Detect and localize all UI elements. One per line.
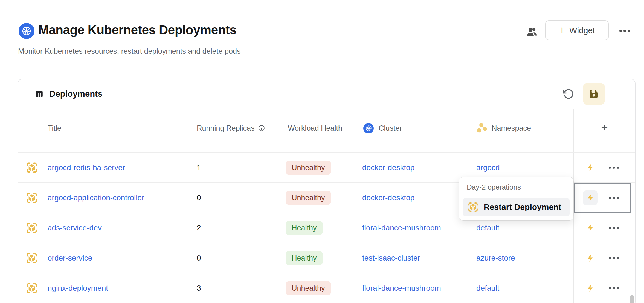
row-menu-button[interactable] bbox=[609, 227, 619, 229]
row-menu-button[interactable] bbox=[609, 197, 619, 199]
namespace-link[interactable]: azure-store bbox=[476, 254, 515, 262]
card-title: Deployments bbox=[49, 89, 103, 99]
table-row: nginx-deployment 3 Unhealthy floral-danc… bbox=[18, 273, 635, 303]
namespace-link[interactable]: default bbox=[476, 224, 499, 232]
card-header: Deployments bbox=[18, 79, 635, 109]
health-badge: Unhealthy bbox=[286, 281, 331, 295]
deployment-icon bbox=[25, 161, 38, 174]
health-badge: Healthy bbox=[286, 221, 323, 235]
lightning-bolt-icon bbox=[586, 224, 595, 232]
table-body: argocd-redis-ha-server 1 Unhealthy docke… bbox=[18, 153, 635, 303]
users-icon[interactable] bbox=[525, 25, 539, 39]
deployment-link[interactable]: order-service bbox=[48, 254, 92, 262]
table-columns-icon bbox=[34, 89, 44, 99]
ellipsis-icon bbox=[609, 167, 611, 169]
lightning-bolt-icon bbox=[586, 254, 595, 262]
row-menu-button[interactable] bbox=[609, 167, 619, 169]
lightning-bolt-button[interactable] bbox=[583, 160, 598, 175]
page-menu-button[interactable] bbox=[617, 25, 632, 36]
undo-button[interactable] bbox=[562, 87, 575, 101]
lightning-bolt-icon bbox=[586, 163, 595, 172]
deployment-icon bbox=[25, 252, 38, 264]
plus-icon: + bbox=[601, 121, 608, 134]
info-icon[interactable] bbox=[258, 125, 265, 132]
plus-icon: + bbox=[559, 25, 565, 35]
deployment-icon bbox=[25, 222, 38, 234]
replicas-value: 3 bbox=[197, 284, 201, 293]
scrollbar-thumb[interactable] bbox=[630, 295, 634, 303]
widget-button-label: Widget bbox=[569, 26, 595, 35]
lightning-bolt-icon bbox=[586, 284, 595, 293]
deployment-icon bbox=[25, 282, 38, 295]
ellipsis-icon bbox=[609, 257, 611, 259]
ellipsis-icon bbox=[609, 197, 611, 199]
row-actions bbox=[573, 243, 635, 273]
row-actions bbox=[573, 153, 635, 182]
restart-deployment-label: Restart Deployment bbox=[484, 202, 561, 212]
column-header-title: Title bbox=[45, 124, 195, 133]
add-widget-button[interactable]: + Widget bbox=[545, 20, 609, 40]
replicas-value: 0 bbox=[197, 254, 201, 262]
row-actions bbox=[573, 213, 635, 243]
restart-deployment-item[interactable]: Restart Deployment bbox=[463, 198, 570, 216]
kubernetes-icon bbox=[19, 23, 34, 39]
page-subtitle: Monitor Kubernetes resources, restart de… bbox=[18, 47, 240, 56]
ellipsis-icon bbox=[619, 30, 622, 32]
table-row: order-service 0 Healthy test-isaac-clust… bbox=[18, 243, 635, 273]
lightning-bolt-button[interactable] bbox=[583, 251, 598, 265]
deployment-icon bbox=[467, 201, 479, 213]
page-title: Manage Kubernetes Deployments bbox=[38, 22, 236, 37]
namespace-link[interactable]: argocd bbox=[476, 163, 500, 172]
namespace-dots-icon bbox=[476, 122, 488, 134]
column-header-replicas: Running Replicas bbox=[195, 124, 286, 133]
partial-row bbox=[18, 147, 635, 153]
row-menu-button[interactable] bbox=[609, 287, 619, 289]
deployment-link[interactable]: argocd-redis-ha-server bbox=[48, 163, 125, 172]
table-header-row: Title Running Replicas Workload Health C… bbox=[18, 109, 635, 147]
cluster-link[interactable]: docker-desktop bbox=[362, 193, 414, 202]
column-header-cluster: Cluster bbox=[362, 123, 476, 133]
day2-operations-popup: Day-2 operations Restart Deployment bbox=[459, 177, 574, 221]
row-actions bbox=[573, 273, 635, 303]
rotate-ccw-icon bbox=[562, 88, 574, 100]
kubernetes-icon bbox=[363, 123, 374, 133]
column-header-namespace: Namespace bbox=[476, 122, 573, 134]
lightning-bolt-button[interactable] bbox=[583, 281, 598, 296]
replicas-value: 2 bbox=[197, 224, 201, 232]
add-column-button[interactable]: + bbox=[573, 109, 635, 147]
cluster-link[interactable]: test-isaac-cluster bbox=[362, 254, 420, 262]
row-menu-button[interactable] bbox=[609, 257, 619, 259]
column-header-health: Workload Health bbox=[286, 124, 362, 133]
lightning-bolt-button[interactable] bbox=[583, 190, 598, 205]
ellipsis-icon bbox=[609, 287, 611, 289]
lightning-bolt-icon bbox=[586, 193, 595, 202]
health-badge: Unhealthy bbox=[286, 161, 331, 175]
lightning-bolt-button[interactable] bbox=[583, 221, 598, 235]
ellipsis-icon bbox=[609, 227, 611, 229]
popup-label: Day-2 operations bbox=[467, 183, 521, 191]
save-button[interactable] bbox=[583, 83, 605, 105]
namespace-link[interactable]: default bbox=[476, 284, 499, 293]
replicas-value: 0 bbox=[197, 193, 201, 202]
save-icon bbox=[588, 88, 600, 100]
health-badge: Unhealthy bbox=[286, 191, 331, 205]
deployment-icon bbox=[25, 191, 38, 204]
row-actions bbox=[573, 183, 635, 213]
cluster-link[interactable]: docker-desktop bbox=[362, 163, 414, 172]
health-badge: Healthy bbox=[286, 251, 323, 265]
deployment-link[interactable]: nginx-deployment bbox=[48, 284, 108, 293]
cluster-link[interactable]: floral-dance-mushroom bbox=[362, 284, 441, 293]
deployment-link[interactable]: ads-service-dev bbox=[48, 224, 102, 232]
cluster-link[interactable]: floral-dance-mushroom bbox=[362, 224, 441, 232]
deployment-link[interactable]: argocd-application-controller bbox=[48, 193, 144, 202]
replicas-value: 1 bbox=[197, 163, 201, 172]
